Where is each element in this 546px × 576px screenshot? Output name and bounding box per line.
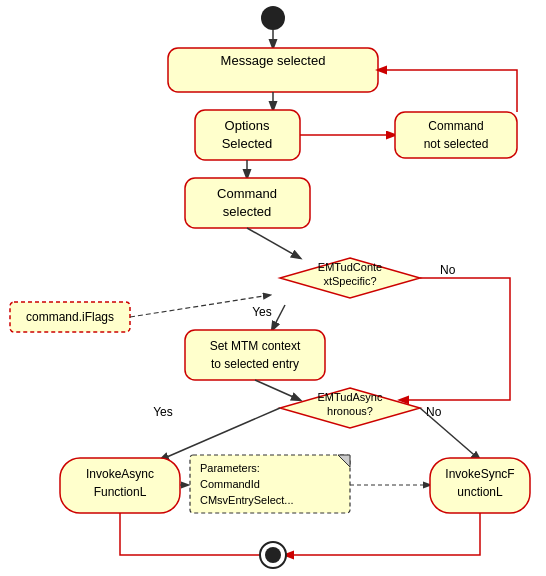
invoke-async-label2: FunctionL	[94, 485, 147, 499]
diagram-svg: Message selected Options Selected Comman…	[0, 0, 546, 576]
command-selected-label1: Command	[217, 186, 277, 201]
set-context-label1: Set MTM context	[210, 339, 301, 353]
arrow-setctx-diamond2	[255, 380, 300, 400]
diamond1-label2: xtSpecific?	[323, 275, 376, 287]
arrow-cmdnot-back	[378, 70, 517, 112]
command-not-selected-label2: not selected	[424, 137, 489, 151]
options-selected-label1: Options	[225, 118, 270, 133]
start-node	[261, 6, 285, 30]
diamond2-label2: hronous?	[327, 405, 373, 417]
command-not-selected-label1: Command	[428, 119, 483, 133]
arrow-diamond2-sync	[420, 408, 480, 460]
yes1-label: Yes	[252, 305, 272, 319]
diamond1-label1: EMTudConte	[318, 261, 382, 273]
message-selected-label: Message selected	[221, 53, 326, 68]
diamond2-label1: EMTudAsync	[317, 391, 383, 403]
yes2-label: Yes	[153, 405, 173, 419]
arrow-diamond2-async	[160, 408, 280, 460]
arrow-cmd-diamond1	[247, 228, 300, 258]
set-context-label2: to selected entry	[211, 357, 299, 371]
command-iflags-label: command.iFlags	[26, 310, 114, 324]
arrow-iflags-diamond1	[130, 295, 270, 317]
arrow-sync-end	[285, 513, 480, 555]
end-inner	[265, 547, 281, 563]
set-context-box	[185, 330, 325, 380]
parameters-label3: CMsvEntrySelect...	[200, 494, 294, 506]
arrow-diamond1-setctx	[272, 305, 285, 330]
arrow-async-end	[120, 513, 273, 555]
parameters-label2: CommandId	[200, 478, 260, 490]
invoke-async-label1: InvokeAsync	[86, 467, 154, 481]
invoke-sync-label1: InvokeSyncF	[445, 467, 514, 481]
arrow-diamond1-no	[400, 278, 510, 400]
no2-label: No	[426, 405, 442, 419]
options-selected-label2: Selected	[222, 136, 273, 151]
invoke-sync-label2: unctionL	[457, 485, 503, 499]
no1-label: No	[440, 263, 456, 277]
command-selected-label2: selected	[223, 204, 271, 219]
parameters-label1: Parameters:	[200, 462, 260, 474]
